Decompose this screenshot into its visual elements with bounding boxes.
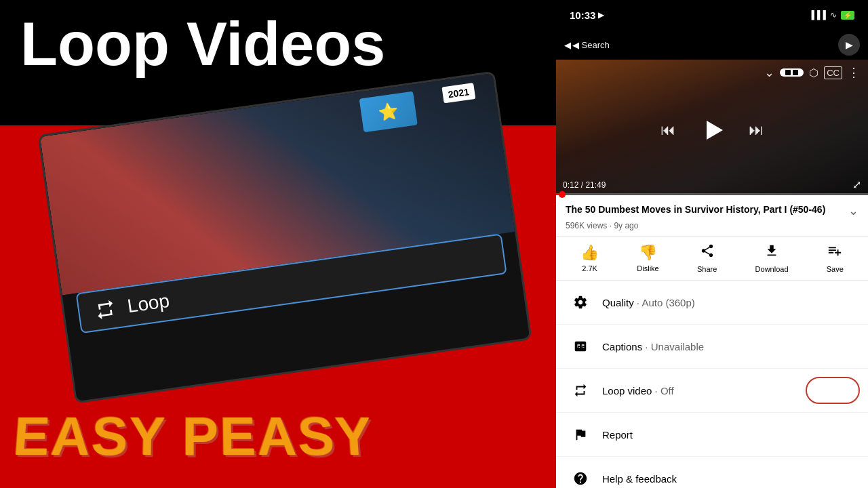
like-button[interactable]: 👍 2.7K <box>580 244 599 272</box>
video-player: ⌄ ⬡ CC ⋮ ⏮ ⏭ <box>556 60 868 195</box>
more-options-icon[interactable]: ⋮ <box>848 65 860 80</box>
previous-button[interactable]: ⏮ <box>660 121 675 139</box>
captions-label: Captions · Unavailable <box>602 341 704 352</box>
loop-label: Loop <box>126 289 171 317</box>
gear-icon <box>570 291 591 313</box>
menu-item-loop[interactable]: Loop video · Off <box>556 369 868 413</box>
menu-item-captions[interactable]: Captions · Unavailable <box>556 325 868 369</box>
location-icon: ▶ <box>598 11 604 20</box>
middle-controls: ⏮ ⏭ <box>556 85 868 174</box>
loop-annotation-circle <box>806 377 860 404</box>
svg-marker-0 <box>707 121 723 140</box>
video-overlay-controls: ⌄ ⬡ CC ⋮ ⏮ ⏭ <box>556 60 868 195</box>
top-controls: ⌄ ⬡ CC ⋮ <box>556 60 868 85</box>
save-icon <box>827 243 842 262</box>
loop-video-label: Loop video · Off <box>602 385 674 396</box>
progress-dot <box>559 191 566 198</box>
easy-peasy-text: EASY PEASY <box>11 406 375 468</box>
back-arrow-icon: ◀ <box>564 40 571 50</box>
chevron-down-icon[interactable]: ⌄ <box>764 65 774 80</box>
menu-item-report[interactable]: Report <box>556 413 868 457</box>
captions-icon[interactable]: CC <box>824 66 842 79</box>
loop-menu-icon <box>570 380 591 401</box>
progress-bar[interactable] <box>556 193 868 195</box>
cast-icon[interactable]: ⬡ <box>809 66 818 79</box>
video-title: The 50 Dumbest Moves in Survivor History… <box>566 203 843 216</box>
status-time: 10:33 ▶ <box>570 9 604 21</box>
download-icon <box>764 243 779 262</box>
signal-icon: ▐▐▐ <box>808 10 826 20</box>
year-badge: 2021 <box>441 83 475 103</box>
menu-item-help[interactable]: Help & feedback <box>556 457 868 488</box>
help-label: Help & feedback <box>602 473 677 485</box>
nav-bar: ◀ ◀ Search ▶ <box>556 30 868 60</box>
settings-menu: Quality · Auto (360p) Captions · Unavail… <box>556 281 868 488</box>
video-time: 0:12 / 21:49 <box>563 180 606 190</box>
status-bar: 10:33 ▶ ▐▐▐ ∿ ⚡ <box>556 0 868 30</box>
menu-item-quality[interactable]: Quality · Auto (360p) <box>556 281 868 325</box>
expand-button[interactable]: ⌄ <box>848 203 859 218</box>
captions-menu-icon <box>570 336 591 357</box>
save-button[interactable]: Save <box>827 243 844 273</box>
share-button[interactable]: Share <box>697 243 717 273</box>
flag-icon <box>570 424 591 445</box>
share-icon <box>700 243 715 262</box>
right-panel: 10:33 ▶ ▐▐▐ ∿ ⚡ ◀ ◀ Search ▶ ⌄ <box>556 0 868 488</box>
wifi-icon: ∿ <box>830 10 837 20</box>
loop-videos-title: Loop Videos <box>20 14 385 75</box>
dislike-icon: 👎 <box>639 244 657 262</box>
quality-label: Quality · Auto (360p) <box>602 297 695 308</box>
download-button[interactable]: Download <box>755 243 789 273</box>
video-title-row: The 50 Dumbest Moves in Survivor History… <box>566 203 859 218</box>
video-info: The 50 Dumbest Moves in Survivor History… <box>556 195 868 237</box>
report-label: Report <box>602 429 633 441</box>
like-icon: 👍 <box>580 244 599 262</box>
play-button[interactable] <box>696 114 728 146</box>
video-meta: 596K views · 9y ago <box>566 221 859 230</box>
dislike-button[interactable]: 👎 Dislike <box>637 244 658 272</box>
action-buttons: 👍 2.7K 👎 Dislike Share Download <box>556 237 868 281</box>
pause-button[interactable] <box>780 68 804 77</box>
pause-dot-right <box>793 70 798 75</box>
loop-icon <box>92 296 119 323</box>
status-icons: ▐▐▐ ∿ ⚡ <box>808 10 854 20</box>
nav-back-button[interactable]: ◀ ◀ Search <box>564 40 610 50</box>
fullscreen-button[interactable]: ⤢ <box>852 178 861 191</box>
left-panel: Loop Videos ⭐ 2021 Loop EASY PEASY <box>0 0 556 488</box>
forward-arrow-icon: ▶ <box>846 39 853 50</box>
nav-forward-button[interactable]: ▶ <box>838 34 860 56</box>
help-icon <box>570 468 591 488</box>
pause-dot-left <box>785 70 791 75</box>
next-button[interactable]: ⏭ <box>749 121 764 139</box>
flag-badge: ⭐ <box>359 92 418 133</box>
bottom-controls: 0:12 / 21:49 ⤢ <box>556 174 868 195</box>
battery-icon: ⚡ <box>841 11 854 20</box>
